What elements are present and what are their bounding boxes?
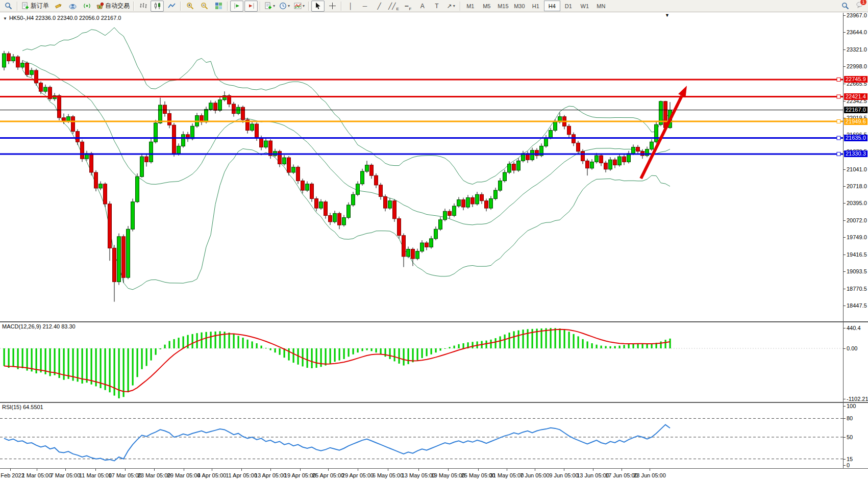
timeframe-m30-button[interactable]: M30 xyxy=(511,1,528,11)
candle-up xyxy=(453,206,456,216)
timeframe-h4-button[interactable]: H4 xyxy=(544,1,560,11)
zoom-in-button[interactable] xyxy=(183,1,196,12)
symbol-search-button[interactable] xyxy=(2,1,15,12)
chart-shift-button[interactable] xyxy=(244,1,258,12)
candle-down xyxy=(398,219,401,236)
candle-down xyxy=(471,198,475,204)
time-axis-label: 3 Feb 2022 xyxy=(0,472,24,478)
arrows-tool-button[interactable]: ↗▾ xyxy=(444,1,458,12)
new-chart-button[interactable]: ▾ xyxy=(263,1,277,12)
macd-axis[interactable]: 440.40.00-1102.21 xyxy=(843,322,868,402)
candle-up xyxy=(434,229,438,239)
support-line-1-handle[interactable] xyxy=(837,136,840,140)
fibonacci-tool-button[interactable]: ┅F xyxy=(402,1,415,12)
support-line-2-price-badge: 21330.3 xyxy=(844,150,867,157)
candle-down xyxy=(94,172,98,188)
trendline-tool-button[interactable]: ╱ xyxy=(373,1,386,12)
channel-tool-icon: ╱╱ xyxy=(388,3,395,9)
timeframe-h1-button[interactable]: H1 xyxy=(528,1,544,11)
autotrading-button[interactable]: 自动交易 xyxy=(94,1,131,12)
candle-down xyxy=(71,117,75,132)
hline-tool-button[interactable]: ─ xyxy=(358,1,371,12)
timeframe-w1-button[interactable]: W1 xyxy=(577,1,593,11)
candle-down xyxy=(108,204,112,248)
rsi-pane[interactable]: RSI(15) 64.5501 1008050150 xyxy=(0,403,868,468)
timeframe-m1-button[interactable]: M1 xyxy=(462,1,479,11)
mql5-community-icon xyxy=(69,2,77,10)
rsi-tick-label: 15 xyxy=(847,456,853,462)
timeframe-m5-button[interactable]: M5 xyxy=(479,1,495,11)
candle-up xyxy=(154,123,158,142)
vline-tool-button[interactable]: │ xyxy=(344,1,357,12)
candle-down xyxy=(62,118,66,121)
time-axis-label: 23 Mar 05:00 xyxy=(138,472,171,478)
price-tick xyxy=(844,237,846,238)
new-order-button[interactable]: 新订单 xyxy=(20,1,51,12)
time-axis-label: 19 Apr 05:00 xyxy=(284,472,316,478)
candle-down xyxy=(384,196,387,208)
search-button[interactable] xyxy=(838,1,852,12)
macd-plot[interactable] xyxy=(0,322,843,402)
line-chart-mode-button[interactable] xyxy=(165,1,178,12)
periods-menu-button[interactable]: ▾ xyxy=(278,1,291,12)
price-tick xyxy=(844,203,846,204)
price-tick xyxy=(844,101,846,102)
candlestick-mode-button[interactable] xyxy=(151,1,164,12)
periods-menu-icon xyxy=(279,2,287,10)
toolbar-separator xyxy=(260,2,261,11)
rsi-plot[interactable] xyxy=(0,403,843,468)
channel-tool-button[interactable]: ╱╱E xyxy=(387,1,401,12)
candle-down xyxy=(623,157,626,162)
arrows-tool-icon: ↗ xyxy=(447,3,452,9)
collapse-arrow-icon[interactable]: ▼ xyxy=(3,16,7,21)
timeframe-mn-button[interactable]: MN xyxy=(593,1,609,11)
price-axis[interactable]: 23967.023644.023321.022998.022665.522342… xyxy=(843,13,868,321)
cursor-tool-button[interactable] xyxy=(311,1,325,12)
time-axis[interactable]: 3 Feb 20221 Mar 05:007 Mar 05:0011 Mar 0… xyxy=(0,469,868,482)
bar-chart-mode-button[interactable] xyxy=(136,1,150,12)
tile-windows-button[interactable] xyxy=(212,1,225,12)
time-tick xyxy=(241,469,242,471)
timeframe-d1-button[interactable]: D1 xyxy=(560,1,577,11)
fibonacci-tool-sublabel: F xyxy=(409,7,412,11)
rsi-axis[interactable]: 1008050150 xyxy=(843,403,868,468)
price-tick xyxy=(844,169,846,170)
chat-button[interactable]: 1 xyxy=(856,1,864,11)
candle-down xyxy=(411,249,415,259)
mql5-community-button[interactable] xyxy=(66,1,79,12)
pivot-line-handle[interactable] xyxy=(837,120,840,123)
candle-up xyxy=(443,211,447,220)
price-chart-pane[interactable]: ▼HK50-,H4 22336.0 22340.0 22056.0 22167.… xyxy=(0,13,868,321)
indicators-menu-button[interactable]: ▾ xyxy=(292,1,306,12)
macd-pane[interactable]: MACD(12,26,9) 212.40 83.30 440.40.00-110… xyxy=(0,322,868,402)
metaeditor-button[interactable] xyxy=(52,1,65,12)
time-tick xyxy=(95,469,96,471)
macd-tick-label: 440.4 xyxy=(847,325,861,331)
resistance-line-2-handle[interactable] xyxy=(837,95,840,98)
timeframe-m15-button[interactable]: M15 xyxy=(495,1,511,11)
candle-up xyxy=(218,100,222,111)
text-label-tool-button[interactable]: T xyxy=(430,1,443,12)
candle-down xyxy=(260,138,263,147)
candle-down xyxy=(586,161,589,168)
support-line-1-price-badge: 21635.0 xyxy=(844,135,867,141)
time-axis-label: 9 Jun 05:00 xyxy=(549,472,579,478)
candle-down xyxy=(122,237,126,277)
toolbar-separator xyxy=(460,2,461,11)
auto-scroll-button[interactable] xyxy=(230,1,243,12)
rsi-tick xyxy=(844,459,846,460)
time-tick xyxy=(622,469,622,471)
crosshair-tool-button[interactable] xyxy=(326,1,339,12)
candle-up xyxy=(342,218,346,225)
zoom-out-button[interactable] xyxy=(197,1,211,12)
candle-up xyxy=(292,167,295,172)
support-line-2-handle[interactable] xyxy=(837,152,840,156)
price-chart-plot[interactable] xyxy=(0,13,843,321)
signals-button[interactable] xyxy=(80,1,93,12)
resistance-line-1-handle[interactable] xyxy=(837,78,840,81)
candle-down xyxy=(255,124,259,138)
text-tool-button[interactable]: A xyxy=(416,1,429,12)
candle-up xyxy=(407,249,410,257)
time-axis-label: 13 May 05:00 xyxy=(402,472,436,478)
pivot-line-price-badge: 21949.6 xyxy=(844,118,867,125)
